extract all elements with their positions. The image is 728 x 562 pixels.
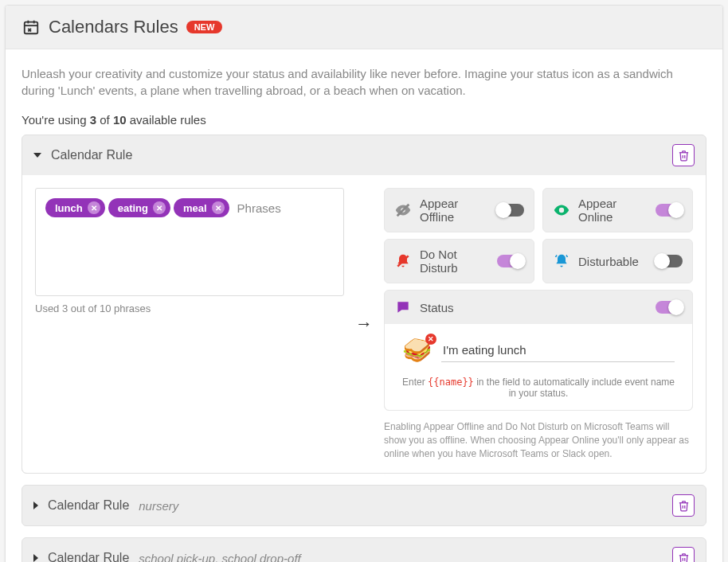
status-hint: Enter {{name}} in the field to automatic…	[402, 377, 675, 399]
clear-emoji-button[interactable]: ✕	[425, 334, 436, 345]
appear-offline-switch[interactable]	[497, 204, 524, 217]
calendar-rule-panel: Calendar Rule nursery	[22, 485, 706, 526]
phrase-chip: eating ✕	[108, 198, 170, 217]
intro-text: Unleash your creativity and customize yo…	[22, 65, 706, 99]
rule-header[interactable]: Calendar Rule	[22, 135, 706, 175]
calendar-rule-panel: Calendar Rule school pick-up, school dro…	[22, 537, 706, 562]
toggle-label: Appear Offline	[420, 197, 489, 224]
svg-point-8	[559, 208, 564, 213]
dnd-switch[interactable]	[497, 255, 524, 267]
chat-icon	[394, 299, 412, 316]
phrase-chip: meal ✕	[174, 198, 229, 217]
card-body: Unleash your creativity and customize yo…	[6, 49, 722, 562]
delete-rule-button[interactable]	[672, 144, 695, 166]
rule-header[interactable]: Calendar Rule nursery	[22, 486, 706, 525]
expand-icon	[33, 502, 38, 509]
delete-rule-button[interactable]	[672, 547, 695, 562]
calendars-rules-card: Calendars Rules NEW Unleash your creativ…	[5, 5, 723, 562]
bell-icon	[553, 252, 570, 270]
appear-offline-toggle-card: Appear Offline	[384, 188, 534, 232]
phrases-placeholder: Phrases	[237, 201, 281, 215]
toggle-label: Do Not Disturb	[420, 248, 489, 275]
phrase-chip: lunch ✕	[45, 198, 105, 217]
rule-header[interactable]: Calendar Rule school pick-up, school dro…	[22, 538, 706, 562]
status-panel: Status 🥪 ✕	[384, 290, 693, 411]
appear-online-switch[interactable]	[656, 204, 683, 217]
page-title: Calendars Rules	[49, 17, 178, 37]
calendar-rule-panel: Calendar Rule lunch ✕ eating ✕	[22, 135, 706, 474]
status-text-input[interactable]	[441, 338, 675, 362]
status-emoji-picker[interactable]: 🥪 ✕	[402, 338, 432, 362]
status-label: Status	[420, 301, 648, 314]
new-badge: NEW	[186, 21, 223, 33]
toggle-label: Appear Online	[578, 197, 648, 224]
rule-title: Calendar Rule	[48, 551, 129, 562]
remove-phrase-button[interactable]: ✕	[153, 201, 166, 214]
toggles-footnote: Enabling Appear Offline and Do Not Distu…	[384, 420, 693, 460]
usage-text: You're using 3 of 10 available rules	[22, 113, 706, 127]
phrases-column: lunch ✕ eating ✕ meal ✕ Phrases	[35, 188, 344, 460]
phrases-input[interactable]: lunch ✕ eating ✕ meal ✕ Phrases	[35, 188, 344, 296]
collapse-icon	[33, 153, 41, 158]
status-switch[interactable]	[656, 301, 683, 314]
rule-subtitle: school pick-up, school drop-off	[139, 552, 300, 562]
toggle-label: Disturbable	[578, 255, 648, 268]
arrow-icon: →	[344, 188, 384, 460]
rule-body: lunch ✕ eating ✕ meal ✕ Phrases	[22, 175, 706, 473]
remove-phrase-button[interactable]: ✕	[212, 201, 225, 214]
rule-subtitle: nursery	[139, 499, 178, 513]
bell-off-icon	[394, 252, 412, 270]
expand-icon	[33, 554, 38, 562]
calendar-icon	[22, 18, 41, 37]
dnd-toggle-card: Do Not Disturb	[384, 239, 534, 283]
phrases-usage-text: Used 3 out of 10 phrases	[35, 302, 344, 314]
appear-online-toggle-card: Appear Online	[542, 188, 693, 232]
toggles-column: Appear Offline Appear Online	[384, 188, 693, 460]
delete-rule-button[interactable]	[672, 494, 695, 517]
card-header: Calendars Rules NEW	[6, 6, 722, 49]
disturbable-switch[interactable]	[656, 255, 683, 267]
rule-title: Calendar Rule	[48, 498, 129, 513]
eye-icon	[553, 201, 570, 219]
disturbable-toggle-card: Disturbable	[542, 239, 693, 283]
remove-phrase-button[interactable]: ✕	[88, 201, 100, 214]
rule-title: Calendar Rule	[51, 148, 132, 162]
eye-off-icon	[394, 201, 412, 219]
svg-rect-0	[25, 22, 38, 34]
